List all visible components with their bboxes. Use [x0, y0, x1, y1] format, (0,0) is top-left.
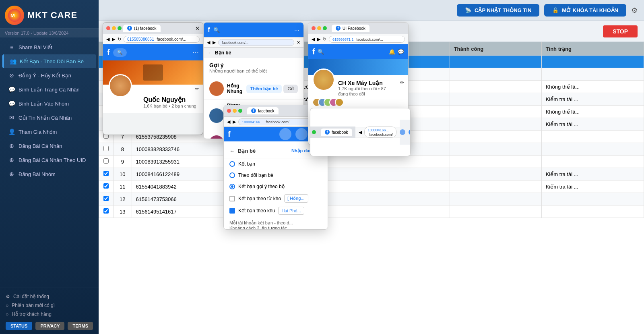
- sidebar-item-share-bai-viet[interactable]: ≡ Share Bài Viết: [2, 40, 96, 54]
- sidebar-item-dong-y[interactable]: ⊘ Đồng Ý - Hủy Kết Bạn: [2, 68, 96, 82]
- loading-tab[interactable]: f facebook: [321, 129, 352, 136]
- input-tu-kho[interactable]: [ Hồng...: [284, 194, 308, 203]
- row-checkbox-12[interactable]: [103, 196, 109, 201]
- max-dot-ch[interactable]: [323, 26, 327, 30]
- option-theo-doi[interactable]: Theo dõi bạn bè: [224, 170, 328, 181]
- row-checkbox-10[interactable]: [103, 171, 109, 176]
- app-name: MKT CARE: [27, 10, 77, 21]
- terms-button[interactable]: TERMS: [68, 322, 93, 330]
- sidebar-item-binh-luan-nhom[interactable]: 💬 Bình Luận Vào Nhóm: [2, 97, 96, 110]
- input-theo-khu[interactable]: Hai Phó...: [278, 207, 304, 215]
- fb-menu-1[interactable]: ⋯: [192, 49, 199, 56]
- row-checkbox-cell[interactable]: [99, 168, 114, 180]
- row-checkbox-cell[interactable]: [99, 205, 114, 218]
- close-dot-1[interactable]: [106, 26, 110, 30]
- row-checkbox-cell[interactable]: [99, 180, 114, 193]
- sidebar-item-dang-bai[interactable]: ⊕ Đăng Bài Cá Nhân: [2, 139, 96, 153]
- refresh-btn-ch[interactable]: ↻: [323, 37, 326, 42]
- forward-btn-kb[interactable]: ▶: [233, 119, 236, 124]
- refresh-btn-1[interactable]: ↻: [118, 37, 121, 42]
- close-icon-2[interactable]: ✕: [297, 40, 300, 45]
- cover-image: [143, 64, 163, 81]
- back-btn-1[interactable]: ◀: [106, 37, 109, 42]
- min-dot-1[interactable]: [112, 26, 116, 30]
- bell-icon-ch[interactable]: 🔔: [389, 49, 395, 55]
- search-icon-2[interactable]: 🔍: [213, 27, 220, 33]
- close-dot-ch[interactable]: [312, 26, 316, 30]
- back-icon-kb[interactable]: ←: [229, 148, 235, 154]
- row-checkbox-8[interactable]: [103, 146, 109, 151]
- forward-btn-2[interactable]: ▶: [213, 40, 216, 45]
- sidebar-item-ket-ban[interactable]: 👥 Kết Bạn - Theo Dõi Bạn Bè: [2, 54, 96, 68]
- search-icon-ch[interactable]: 🔍: [318, 49, 324, 55]
- min-dot-kb[interactable]: [233, 109, 237, 113]
- forward-btn-ch[interactable]: ▶: [317, 37, 320, 42]
- back-btn-kb[interactable]: ◀: [227, 119, 230, 124]
- them-ban-button-1[interactable]: Thêm bạn bè: [246, 85, 282, 93]
- row-checkbox-cell[interactable]: [99, 156, 114, 168]
- close-icon-1[interactable]: ✕: [195, 25, 200, 31]
- url-bar-2[interactable]: facebook.com/...: [218, 39, 294, 46]
- option-goi-y[interactable]: Kết bạn gợi ý theo bộ: [224, 181, 328, 192]
- url-bar-ch[interactable]: 615566671 1 facebook.com/...: [329, 36, 405, 43]
- min-dot-ch[interactable]: [317, 26, 321, 30]
- back-to-friends[interactable]: ← Bạn bè: [204, 48, 303, 58]
- privacy-button[interactable]: PRIVACY: [35, 322, 64, 330]
- edit-icon-ch[interactable]: ✏: [400, 80, 404, 85]
- cap-nhat-button[interactable]: 📡 CẬP NHẬT THÔNG TIN: [457, 4, 539, 17]
- cb-ket-ban-tu-kho[interactable]: [229, 196, 235, 201]
- back-btn-ch[interactable]: ◀: [312, 37, 315, 42]
- footer-link-phien-ban[interactable]: ○ Phiên bản mới có gì: [6, 301, 93, 310]
- ketban-tab[interactable]: f facebook: [247, 107, 279, 114]
- ch-tab[interactable]: f UI Facebook: [332, 25, 369, 32]
- row-checkbox-9[interactable]: [103, 158, 109, 164]
- row-checkbox-11[interactable]: [103, 183, 109, 189]
- back-arrow-icon: ←: [208, 50, 213, 56]
- back-btn-ld[interactable]: ◀: [359, 130, 362, 135]
- ch-address-bar: ◀ ▶ ↻ 615566671 1 facebook.com/...: [308, 34, 408, 44]
- radio-ket-ban[interactable]: [229, 161, 235, 167]
- menu-icon-2[interactable]: ⋯: [294, 27, 299, 33]
- fb-search-1[interactable]: 🔍: [113, 48, 127, 57]
- max-dot-1[interactable]: [118, 26, 122, 30]
- url-bar-1[interactable]: 615585080861 facebook.com/...: [124, 36, 200, 43]
- max-dot-ld[interactable]: [312, 130, 316, 134]
- profile-avatar: [109, 74, 132, 98]
- row-checkbox-cell[interactable]: [99, 193, 114, 205]
- stop-button[interactable]: STOP: [603, 25, 638, 37]
- ld-dot-2: [409, 129, 411, 135]
- table-row: 10100084166122489Đăng nhập thành côngKiể…: [99, 168, 644, 180]
- radio-goi-y[interactable]: [229, 184, 235, 189]
- row-tinh-trang: [541, 143, 644, 156]
- go-button-1[interactable]: Gỡ: [283, 85, 298, 93]
- url-bar-ld[interactable]: 100084166... facebook.com/: [364, 127, 397, 138]
- row-checkbox-13[interactable]: [103, 208, 109, 214]
- mo-khoa-button[interactable]: 🔓 MỞ KHÓA TÀI KHOẢN: [544, 4, 626, 17]
- close-dot-kb[interactable]: [227, 109, 231, 113]
- footer-link-cai-dat[interactable]: ⚙ Cài đặt hệ thống: [6, 292, 93, 301]
- sidebar-item-gui-tin[interactable]: ✉ Gửi Tin Nhắn Cá Nhân: [2, 111, 96, 124]
- msg-icon-ch[interactable]: 💬: [398, 49, 404, 55]
- tab-1[interactable]: f (1) facebook: [123, 25, 161, 32]
- sidebar-item-dang-bai-nhom[interactable]: ⊕ Đăng Bài Nhóm: [2, 167, 96, 181]
- dot-2: [295, 128, 308, 140]
- min-dot-ld[interactable]: [310, 130, 310, 134]
- fb-tab-icon-1: f: [127, 26, 132, 31]
- fb-header-ch: f 🔍 🔔 💬: [308, 44, 408, 59]
- radio-theo-doi[interactable]: [229, 172, 235, 178]
- back-btn-2[interactable]: ◀: [207, 40, 210, 45]
- option-ket-ban[interactable]: Kết bạn: [224, 158, 328, 170]
- status-button[interactable]: STATUS: [6, 322, 32, 330]
- edit-icon[interactable]: ✏: [195, 86, 199, 91]
- max-dot-kb[interactable]: [238, 109, 242, 113]
- row-checkbox-cell[interactable]: [99, 143, 114, 156]
- fb-logo-ch: f: [312, 47, 315, 56]
- cb-ket-ban-theo-khu[interactable]: [229, 208, 235, 214]
- footer-link-ho-tro[interactable]: ○ Hỗ trợ khách hàng: [6, 310, 93, 319]
- friend-icon: 👥: [9, 58, 17, 64]
- sidebar-item-dang-bai-uid[interactable]: ⊕ Đăng Bài Cá Nhân Theo UID: [2, 153, 96, 167]
- forward-btn-1[interactable]: ▶: [112, 37, 115, 42]
- settings-button[interactable]: ⚙: [631, 6, 638, 15]
- sidebar-item-tham-gia-nhom[interactable]: 👤 Tham Gia Nhóm: [2, 125, 96, 139]
- sidebar-item-binh-luan-trang[interactable]: 💬 Bình Luận Trang Cá Nhân: [2, 83, 96, 96]
